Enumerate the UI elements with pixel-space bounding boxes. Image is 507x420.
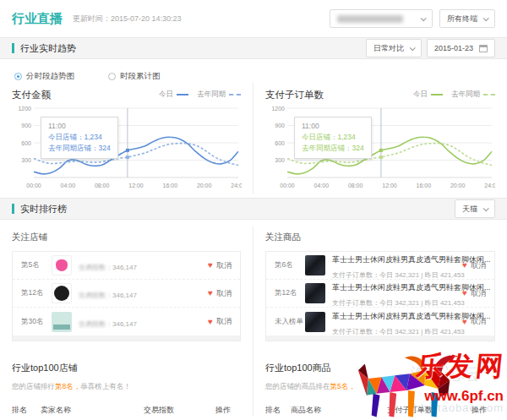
product-rank: 第6名 (275, 260, 305, 270)
section-accent-bar (12, 43, 14, 53)
shop-rank-highlight: 第8名， (55, 382, 80, 390)
col-action: 操作 (472, 405, 495, 416)
top100-row: 行业top100店铺 您的店铺排行第8名，恭喜榜上有名！ 排名 卖家名称 交易指… (0, 350, 507, 416)
terminal-select[interactable]: 所有终端 (439, 9, 495, 28)
shop-metric: 交易指数：346,147 (79, 320, 137, 328)
radio-cumulative-label: 时段累计图 (120, 71, 161, 82)
legend-solid-line-swatch (431, 94, 443, 95)
product-metric: 支付子订单数：今日 342,321 | 昨日 421,453 (332, 328, 465, 335)
chart-mode-radios: 分时段趋势图 时段累计图 (0, 59, 507, 83)
product-image[interactable] (305, 283, 325, 303)
date-picker[interactable]: 2015-01-23 (427, 39, 495, 57)
compare-mode-value: 日常对比 (373, 43, 404, 54)
update-time-label: 更新时间： (73, 14, 111, 23)
legend-solid-line-swatch (177, 94, 188, 95)
platform-select-value: 天猫 (462, 204, 477, 215)
svg-text:300: 300 (275, 157, 285, 163)
page-title: 行业直播 (12, 11, 63, 27)
shop-avatar[interactable] (52, 255, 72, 275)
shop-avatar[interactable] (52, 283, 72, 303)
charts-row: 支付金额 今日 去年同期 300600900120000:0004:0008:0… (0, 83, 507, 198)
unfollow-product-button[interactable]: ♥ 取消 (462, 260, 486, 271)
product-rank: 未入榜单 (275, 317, 305, 327)
unfollow-shop-button[interactable]: ♥ 取消 (208, 316, 232, 327)
shops-table-header: 排名 卖家名称 交易指数 操作 (12, 405, 241, 416)
radio-cumulative[interactable]: 时段累计图 (108, 70, 161, 83)
chevron-down-icon (421, 15, 427, 21)
tooltip-lastyear-row: 去年同期店铺：324 (302, 143, 364, 154)
product-rank-highlight: 第5名， (330, 382, 356, 390)
compare-mode-select[interactable]: 日常对比 (366, 39, 422, 57)
heart-icon: ♥ (208, 289, 213, 297)
legend-lastyear-label: 去年同期 (451, 90, 480, 100)
svg-text:20:00: 20:00 (197, 183, 212, 188)
svg-text:04:00: 04:00 (61, 183, 76, 188)
shop-rank: 第30名 (21, 317, 52, 327)
svg-text:16:00: 16:00 (417, 183, 432, 188)
shop-metric: 交易指数：346,147 (79, 264, 137, 271)
radio-icon (14, 73, 22, 80)
chart-legend: 今日 去年同期 (413, 90, 495, 100)
unfollow-product-button[interactable]: ♥ 取消 (462, 288, 486, 299)
followed-products-panel: 第6名 革士士男士休闲皮鞋男真皮透气男鞋套脚休闲... 支付子订单数：今日 34… (265, 251, 495, 341)
category-select[interactable] (330, 9, 433, 28)
tooltip-today-row: 今日店铺：1,234 (302, 132, 364, 143)
radio-hourly-trend[interactable]: 分时段趋势图 (14, 70, 74, 83)
svg-text:12:00: 12:00 (128, 183, 144, 188)
col-trade-index: 交易指数 (144, 405, 215, 416)
svg-text:900: 900 (275, 123, 285, 128)
ranking-section-bar: 实时排行榜 天猫 (0, 198, 507, 220)
chart-tooltip: 11:00 今日店铺：1,234 去年同期店铺：324 (294, 117, 372, 159)
svg-text:04:00: 04:00 (314, 183, 330, 188)
heart-icon: ♥ (462, 318, 467, 326)
product-image[interactable] (305, 255, 325, 275)
shop-list-item: 第12名 交易指数：346,147 ♥ 取消 (13, 280, 240, 308)
svg-text:600: 600 (275, 140, 285, 146)
chevron-down-icon (483, 205, 489, 211)
svg-text:1200: 1200 (271, 106, 285, 112)
unfollow-shop-button[interactable]: ♥ 取消 (208, 288, 232, 299)
heart-icon: ♥ (462, 261, 467, 270)
page-header: 行业直播 更新时间：2015-07-20 14:30:23 所有终端 (0, 0, 507, 37)
trend-section-title: 行业实时趋势 (20, 42, 76, 55)
col-rank: 排名 (12, 405, 41, 416)
svg-text:300: 300 (21, 157, 31, 163)
heart-icon: ♥ (208, 261, 213, 270)
product-image[interactable] (305, 312, 325, 332)
platform-select[interactable]: 天猫 (455, 199, 495, 218)
heart-icon: ♥ (462, 289, 467, 297)
unfollow-product-button[interactable]: ♥ 取消 (462, 316, 486, 327)
update-time: 更新时间：2015-07-20 14:30:23 (73, 14, 182, 25)
tooltip-today-row: 今日店铺：1,234 (48, 132, 111, 143)
legend-lastyear-label: 去年同期 (197, 90, 226, 100)
calendar-icon (479, 45, 488, 52)
shop-list-item: 第5名 交易指数：346,147 ♥ 取消 (13, 252, 240, 280)
shop-rank: 第12名 (21, 288, 52, 298)
legend-today-label: 今日 (159, 90, 173, 100)
unfollow-shop-button[interactable]: ♥ 取消 (208, 260, 232, 271)
top100-shops-title: 行业top100店铺 (12, 362, 241, 374)
product-list-item: 第6名 革士士男士休闲皮鞋男真皮透气男鞋套脚休闲... 支付子订单数：今日 34… (266, 252, 494, 280)
tooltip-lastyear-row: 去年同期店铺：324 (48, 143, 111, 154)
tooltip-time: 11:00 (48, 121, 111, 132)
svg-text:08:00: 08:00 (95, 183, 110, 188)
svg-text:600: 600 (21, 140, 31, 146)
radio-hourly-trend-label: 分时段趋势图 (26, 71, 74, 82)
terminal-select-value: 所有终端 (447, 14, 477, 25)
followed-shops-title: 关注店铺 (12, 232, 241, 243)
tooltip-time: 11:00 (302, 121, 364, 132)
product-rank: 第12名 (275, 288, 305, 298)
shop-rank: 第5名 (21, 260, 52, 270)
date-picker-value: 2015-01-23 (434, 44, 473, 52)
svg-text:24:00: 24:00 (484, 183, 495, 188)
followed-shops-column: 关注店铺 第5名 交易指数：346,147 ♥ 取消 第12名 交易指数：346 (0, 226, 254, 350)
legend-dashed-line-swatch (483, 94, 495, 95)
col-seller-name: 卖家名称 (41, 405, 144, 416)
shop-avatar[interactable] (52, 312, 72, 332)
top100-shops-section: 行业top100店铺 您的店铺排行第8名，恭喜榜上有名！ 排名 卖家名称 交易指… (0, 350, 254, 416)
chevron-down-icon (410, 45, 416, 51)
svg-text:08:00: 08:00 (348, 183, 363, 188)
svg-text:00:00: 00:00 (280, 183, 295, 188)
panel-footer (13, 335, 240, 341)
svg-text:1200: 1200 (18, 106, 31, 112)
